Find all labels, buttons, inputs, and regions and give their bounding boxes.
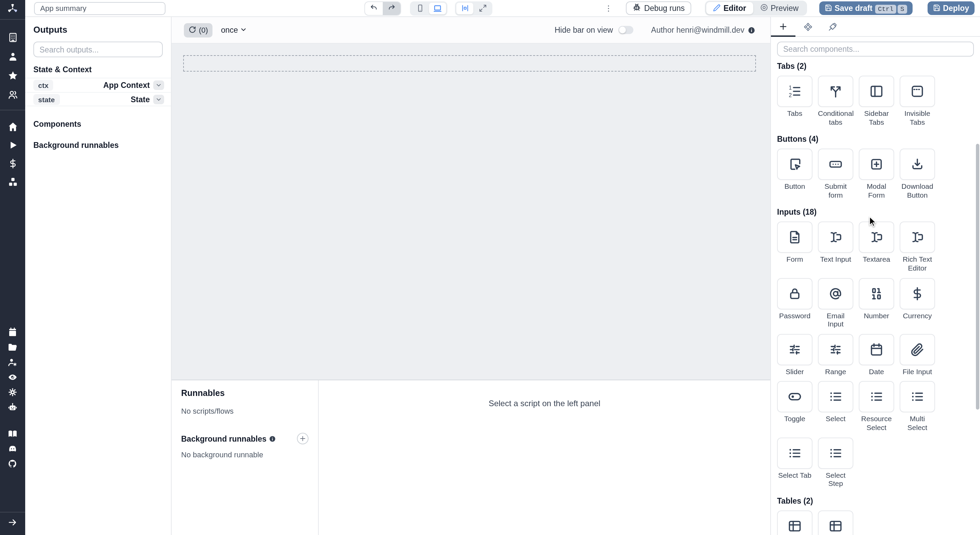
sidebar-item-boxes[interactable] (0, 172, 25, 191)
sidebar-item-user[interactable] (0, 47, 25, 66)
debug-runs-button[interactable]: Debug runs (626, 2, 692, 15)
editor-tab[interactable]: Editor (706, 2, 753, 14)
windmill-logo-icon[interactable] (0, 0, 25, 17)
folder-icon (8, 342, 18, 352)
component-card-textarea[interactable]: Textarea (859, 222, 894, 272)
refresh-button[interactable]: (0) (184, 23, 213, 37)
styling-tab[interactable] (820, 17, 845, 36)
output-row-state[interactable]: stateState (25, 92, 171, 106)
component-card-number[interactable]: Number (859, 278, 894, 328)
redo-button[interactable] (383, 2, 401, 14)
component-card-download-button[interactable]: Download Button (900, 149, 935, 199)
plus-icon (778, 22, 788, 31)
sidebar-collapse-button[interactable] (0, 512, 25, 535)
output-row-ctx[interactable]: ctxApp Context (25, 78, 171, 92)
component-section-tabs-2: Tabs (2)12TabsConditional tabsSidebar Ta… (771, 62, 980, 126)
component-card-password[interactable]: Password (777, 278, 813, 328)
svg-text:2: 2 (789, 93, 792, 98)
component-card-currency[interactable]: Currency (900, 278, 935, 328)
sidebar-item-dollar-sign[interactable] (0, 154, 25, 172)
runnables-list-pane: Runnables No scripts/flows Background ru… (172, 380, 319, 535)
info-icon[interactable] (748, 26, 755, 34)
sidebar-item-folder[interactable] (0, 339, 25, 355)
component-card-slider[interactable]: Slider (777, 334, 813, 376)
component-card-sidebar-tabs[interactable]: Sidebar Tabs (859, 76, 894, 126)
scrollbar-thumb[interactable] (976, 144, 979, 410)
sidebar-item-eye[interactable] (0, 369, 25, 384)
info-icon[interactable] (269, 435, 276, 442)
sidebar-item-gear[interactable] (0, 384, 25, 399)
component-card-table[interactable] (818, 510, 853, 535)
search-outputs-input[interactable] (33, 42, 163, 57)
component-card-tabs[interactable]: 12Tabs (777, 76, 813, 126)
eye-icon (8, 372, 18, 382)
component-card-button[interactable]: Button (777, 149, 813, 199)
component-card-date[interactable]: Date (859, 334, 894, 376)
interval-select[interactable]: once (221, 26, 248, 34)
insert-component-tab[interactable] (771, 17, 795, 36)
component-card-rich-text-editor[interactable]: Rich Text Editor (900, 222, 935, 272)
more-menu-button[interactable] (603, 2, 615, 15)
sidebar-group (0, 110, 25, 191)
paperclip-icon (910, 342, 925, 357)
fullscreen-layout-button[interactable] (474, 2, 491, 14)
add-background-runnable-button[interactable] (297, 433, 309, 444)
component-card-select[interactable]: Select (818, 381, 853, 432)
sidebar-item-discord[interactable] (0, 441, 25, 456)
component-card-label: Textarea (859, 255, 894, 264)
component-card-conditional-tabs[interactable]: Conditional tabs (818, 76, 853, 126)
sidebar-item-users[interactable] (0, 85, 25, 104)
component-card-file-input[interactable]: File Input (900, 334, 935, 376)
chevron-down-icon[interactable] (153, 94, 164, 104)
empty-component-placeholder[interactable] (183, 55, 756, 72)
hide-bar-toggle[interactable] (618, 26, 633, 34)
background-runnables-section-title: Background runnables (33, 141, 163, 149)
save-draft-button[interactable]: Save draft CtrlS (819, 2, 912, 15)
sidebar-item-home[interactable] (0, 117, 25, 136)
search-components-input[interactable] (777, 42, 974, 57)
undo-button[interactable] (365, 2, 383, 14)
component-card-label: Currency (900, 311, 935, 319)
component-card-form[interactable]: Form (777, 222, 813, 272)
sidebar-item-calendar-solid[interactable] (0, 324, 25, 339)
user-cog-icon (8, 357, 18, 367)
mouse-pointer-click-icon (787, 157, 802, 172)
lock-icon (787, 286, 802, 301)
component-card-range[interactable]: Range (818, 334, 853, 376)
chevron-down-icon[interactable] (153, 80, 164, 90)
kbd-ctrl: Ctrl (875, 5, 896, 13)
center-layout-button[interactable] (456, 2, 473, 14)
component-card-modal-form[interactable]: Modal Form (859, 149, 894, 199)
component-card-email-input[interactable]: Email Input (818, 278, 853, 328)
component-card-invisible-tabs[interactable]: Invisible Tabs (900, 76, 935, 126)
sidebar-item-bot[interactable] (0, 399, 25, 414)
desktop-view-button[interactable] (429, 2, 446, 14)
sidebar-item-user-cog[interactable] (0, 355, 25, 369)
ellipsis-box-icon (828, 157, 843, 172)
component-card-select-tab[interactable]: Select Tab (777, 437, 813, 488)
component-card-text-input[interactable]: Text Input (818, 222, 853, 272)
at-sign-icon (828, 286, 843, 301)
component-card-toggle[interactable]: Toggle (777, 381, 813, 432)
preview-tab[interactable]: Preview (753, 2, 805, 14)
component-card-resource-select[interactable]: Resource Select (859, 381, 894, 432)
sidebar-item-building[interactable] (0, 28, 25, 47)
sidebar-item-play[interactable] (0, 136, 25, 154)
sidebar-item-github[interactable] (0, 456, 25, 471)
mobile-view-button[interactable] (411, 2, 428, 14)
sliders-icon (787, 342, 802, 357)
component-card-select-step[interactable]: Select Step (818, 437, 853, 488)
deploy-button[interactable]: Deploy (927, 2, 975, 15)
table-icon (828, 518, 843, 533)
component-card-multi-select[interactable]: Multi Select (900, 381, 935, 432)
component-card-table[interactable] (777, 510, 813, 535)
components-list: Tabs (2)12TabsConditional tabsSidebar Ta… (771, 60, 980, 535)
component-card-submit-form[interactable]: Submit form (818, 149, 853, 199)
sidebar-item-book-open[interactable] (0, 426, 25, 441)
chevron-down-icon (240, 26, 248, 33)
components-tree-tab[interactable] (795, 17, 820, 36)
app-summary-input[interactable] (34, 2, 165, 14)
components-section-title: Components (33, 120, 163, 128)
refresh-icon (189, 26, 196, 34)
sidebar-item-star[interactable] (0, 66, 25, 85)
